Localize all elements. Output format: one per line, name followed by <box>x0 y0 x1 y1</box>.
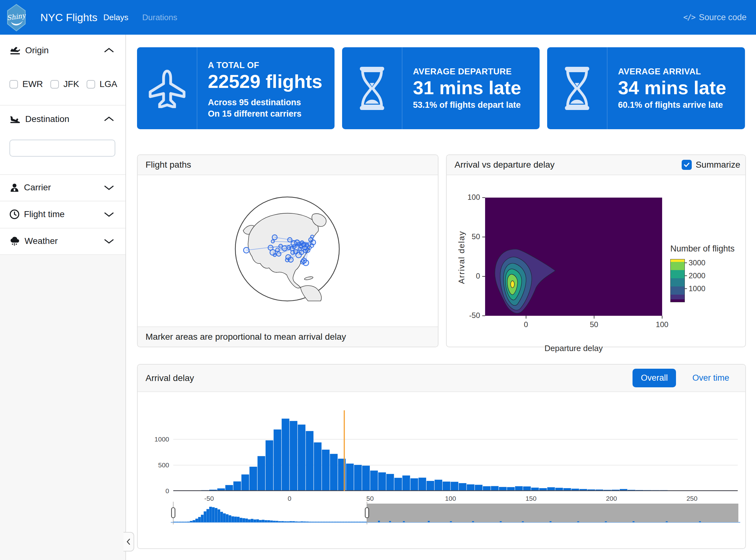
x-tick <box>594 316 594 319</box>
y-tick <box>482 316 485 316</box>
check-icon <box>683 162 690 168</box>
divider <box>607 47 607 129</box>
sidebar: Origin EWR JFK LGA Destination Car <box>0 35 126 560</box>
chevron-down-icon <box>103 238 115 244</box>
clock-icon <box>9 209 20 219</box>
histogram-plot-area[interactable]: 05001000-50050100150200250 <box>138 392 745 548</box>
legend-segment <box>671 286 685 295</box>
legend-title: Number of flights <box>670 244 735 254</box>
x-axis-title: Departure delay <box>534 343 613 353</box>
origin-checkbox-group: EWR JFK LGA <box>9 77 120 91</box>
valuebox-showcase <box>547 47 607 129</box>
legend-tick <box>685 276 687 276</box>
chevron-down-icon <box>103 211 115 218</box>
arrival-delay-header: Arrival delay Overall Over time <box>138 365 745 392</box>
range-slider[interactable] <box>171 502 740 526</box>
cloud-rain-icon <box>9 236 20 246</box>
density-contour-plot <box>485 198 662 316</box>
x-tick-label: 150 <box>518 495 544 502</box>
x-tick-label: 200 <box>599 495 624 502</box>
sidebar-section-carrier[interactable]: Carrier <box>0 178 125 197</box>
checkbox-lga[interactable] <box>87 80 95 88</box>
legend-segment <box>671 270 685 278</box>
card-title: Arrival vs departure delay <box>454 160 554 170</box>
app-title: NYC Flights <box>40 0 97 35</box>
section-label-flight-time: Flight time <box>24 209 65 219</box>
y-tick-label: -50 <box>447 311 480 320</box>
slider-handle[interactable] <box>365 508 369 518</box>
divider <box>0 201 125 201</box>
checkbox-ewr[interactable] <box>9 80 18 88</box>
section-label-origin: Origin <box>25 45 49 56</box>
destination-input[interactable] <box>9 140 115 157</box>
x-tick-label: 100 <box>438 495 463 502</box>
divider <box>402 47 402 129</box>
legend-tick <box>685 262 687 263</box>
card-title: Flight paths <box>145 160 191 170</box>
hourglass-icon <box>561 65 593 111</box>
chevron-down-icon <box>103 184 115 191</box>
x-tick-label: 50 <box>357 495 383 502</box>
chevron-left-icon <box>126 538 131 545</box>
y-tick <box>482 276 485 277</box>
shiny-logo: Shiny <box>7 4 26 32</box>
tab-overall[interactable]: Overall <box>633 369 676 387</box>
arrival-delay-histogram[interactable] <box>173 410 738 492</box>
y-tick-label: 100 <box>447 193 480 202</box>
heatmap-card: Arrival vs departure delay Summarize 050… <box>446 155 746 347</box>
code-icon: </> <box>683 13 695 22</box>
slider-handle[interactable] <box>172 508 175 518</box>
sidebar-collapse-toggle[interactable] <box>123 532 134 552</box>
sidebar-section-origin[interactable]: Origin <box>0 41 125 60</box>
heatmap-header: Arrival vs departure delay Summarize <box>447 155 745 175</box>
legend-segment <box>671 278 685 286</box>
flight-paths-globe <box>234 195 341 302</box>
legend-segment <box>671 259 685 262</box>
x-tick <box>526 316 526 319</box>
navbar: Shiny NYC Flights Delays Durations </> S… <box>0 0 756 35</box>
nav-tab-delays[interactable]: Delays <box>103 13 128 22</box>
user-icon <box>9 183 20 192</box>
plane-icon <box>147 69 187 108</box>
divider <box>0 228 125 228</box>
valuebox-subtitle: On 15 different carriers <box>208 108 329 119</box>
sidebar-section-weather[interactable]: Weather <box>0 232 125 251</box>
arrival-delay-card: Arrival delay Overall Over time 05001000… <box>137 364 746 549</box>
footer-note: Marker areas are proportional to mean ar… <box>145 332 346 342</box>
legend-tick-label: 1000 <box>689 284 717 293</box>
valuebox-value: 31 mins late <box>413 77 535 99</box>
plane-arrival-icon <box>9 114 21 124</box>
section-label-destination: Destination <box>25 114 69 124</box>
checkbox-jfk[interactable] <box>50 80 59 88</box>
source-code-label: Source code <box>699 13 747 22</box>
x-tick <box>662 316 662 319</box>
heatmap-plot-area: 050100100500-50 Departure delay Arrival … <box>447 175 745 347</box>
valuebox-value: 22529 flights <box>208 70 329 93</box>
nav-tab-durations[interactable]: Durations <box>142 13 177 22</box>
source-code-link[interactable]: </> Source code <box>683 0 747 35</box>
section-label-carrier: Carrier <box>24 182 51 193</box>
valuebox-subtitle: 60.1% of flights arrive late <box>618 99 740 111</box>
valuebox-avg-arrival: AVERAGE ARRIVAL 34 mins late 60.1% of fl… <box>547 47 745 129</box>
divider <box>197 47 197 129</box>
x-tick-label: 250 <box>679 495 704 502</box>
card-title: Arrival delay <box>145 373 194 383</box>
y-tick-label: 500 <box>138 461 169 469</box>
sidebar-section-flight-time[interactable]: Flight time <box>0 205 125 224</box>
summarize-checkbox[interactable] <box>682 160 692 170</box>
checkbox-label-lga: LGA <box>100 79 117 89</box>
chevron-up-icon <box>103 47 115 54</box>
sidebar-empty-area <box>0 254 125 560</box>
y-tick-label: 1000 <box>138 436 169 443</box>
checkbox-label-ewr: EWR <box>22 79 43 89</box>
legend-segment <box>671 295 685 299</box>
flight-paths-header: Flight paths <box>138 155 438 175</box>
valuebox-showcase <box>137 47 197 129</box>
tab-over-time[interactable]: Over time <box>684 369 737 387</box>
sidebar-section-destination[interactable]: Destination <box>0 110 125 128</box>
flight-paths-footer: Marker areas are proportional to mean ar… <box>138 326 438 347</box>
y-tick-label: 0 <box>138 487 169 495</box>
legend-tick-label: 2000 <box>689 271 717 280</box>
valuebox-subtitle: 53.1% of flights depart late <box>413 99 535 111</box>
y-tick <box>482 237 485 237</box>
